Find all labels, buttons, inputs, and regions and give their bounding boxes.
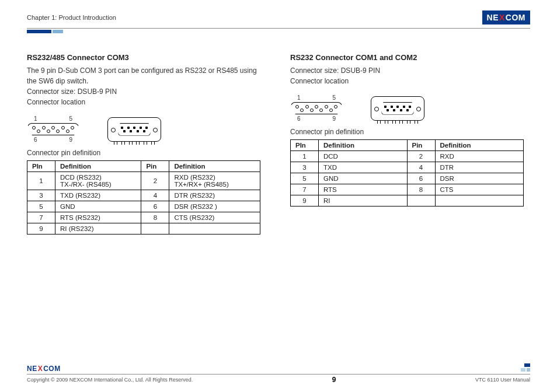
table-row: 3 TXD (RS232) 4 DTR (RS232)	[27, 190, 260, 201]
logo-text-pre: NE	[487, 13, 499, 22]
cell-pin: 7	[27, 212, 55, 223]
header-rule	[27, 28, 530, 29]
table-header: PIn	[27, 161, 55, 172]
cell-pin: 5	[291, 173, 319, 184]
table-header: Pin	[141, 161, 169, 172]
table-row: 1 DCD (RS232) TX-/RX- (RS485) 2 RXD (RS2…	[27, 172, 260, 190]
table-row: 5 GND 6 DSR	[291, 173, 524, 184]
page-header: Chapter 1: Product Introduction NEXCOM	[27, 9, 530, 26]
table-row: 5 GND 6 DSR (RS232 )	[27, 201, 260, 212]
table-header: Definition	[319, 140, 408, 151]
footer-nexcom-logo: NEXCOM	[27, 365, 61, 373]
manual-name: VTC 6110 User Manual	[475, 377, 530, 383]
cell-def: CTS	[435, 184, 524, 195]
com3-pin-table: PIn Definition Pin Definition 1 DCD (RS2…	[27, 160, 260, 235]
cell-pin: 8	[407, 184, 435, 195]
cell-def: CTS (RS232)	[169, 212, 260, 223]
table-row: 3 TXD 4 DTR	[291, 162, 524, 173]
com3-description: The 9 pin D-Sub COM 3 port can be config…	[27, 65, 267, 86]
table-header: Definition	[55, 161, 141, 172]
section-title-com3: RS232/485 Connector COM3	[27, 53, 267, 62]
logo-text-post: COM	[506, 13, 525, 22]
cell-def	[169, 223, 260, 235]
cell-def: RI	[319, 195, 408, 206]
cell-def: DTR (RS232)	[169, 190, 260, 201]
cell-pin: 1	[291, 151, 319, 162]
cell-pin: 8	[141, 212, 169, 223]
cell-def: DSR	[435, 173, 524, 184]
content-columns: RS232/485 Connector COM3 The 9 pin D-Sub…	[27, 53, 530, 235]
cell-pin: 6	[407, 173, 435, 184]
cell-pin: 2	[141, 172, 169, 190]
logo-text-x: X	[37, 365, 44, 373]
cell-def: RI (RS232)	[55, 223, 141, 235]
copyright-text: Copyright © 2009 NEXCOM International Co…	[27, 377, 193, 383]
accent-bar	[27, 30, 530, 33]
serial-port-icon	[371, 96, 424, 121]
pin-label-9: 9	[69, 136, 72, 143]
com12-diagrams: 1 5 6 9	[290, 94, 530, 122]
cell-def: TXD (RS232)	[55, 190, 141, 201]
logo-text-pre: NE	[27, 365, 37, 373]
com12-connector-size: Connector size: DSUB-9 PIN	[290, 65, 530, 76]
cell-pin: 7	[291, 184, 319, 195]
com12-pin-table: PIn Definition Pin Definition 1 DCD 2 RX…	[290, 139, 524, 206]
table-row: 9 RI (RS232)	[27, 223, 260, 235]
page-footer: NEXCOM Copyright © 2009 NEXCOM Internati…	[27, 363, 530, 384]
cell-pin: 4	[407, 162, 435, 173]
pin-label-1: 1	[297, 94, 301, 101]
cell-pin: 6	[141, 201, 169, 212]
dsub-schematic-icon: 1 5 6 9	[290, 94, 343, 122]
table-header: Definition	[169, 161, 260, 172]
table-row: 9 RI	[291, 195, 524, 206]
cell-def: RTS	[319, 184, 408, 195]
serial-port-icon	[107, 117, 161, 142]
pin-label-6: 6	[297, 116, 301, 122]
table-row: 7 RTS (RS232) 8 CTS (RS232)	[27, 212, 260, 223]
table-header: Pin	[407, 140, 435, 151]
cell-pin: 3	[291, 162, 319, 173]
nexcom-logo: NEXCOM	[482, 10, 530, 24]
cell-pin: 5	[27, 201, 55, 212]
page-number: 9	[332, 376, 336, 384]
cell-def: DCD (RS232) TX-/RX- (RS485)	[55, 172, 141, 190]
com3-table-body: 1 DCD (RS232) TX-/RX- (RS485) 2 RXD (RS2…	[27, 172, 260, 235]
table-header: Definition	[435, 140, 524, 151]
pin-label-5: 5	[332, 94, 336, 101]
section-title-com12: RS232 Connector COM1 and COM2	[290, 53, 530, 62]
cell-def	[435, 195, 524, 206]
cell-def: RTS (RS232)	[55, 212, 141, 223]
cell-pin: 2	[407, 151, 435, 162]
cell-def: RXD	[435, 151, 524, 162]
cell-def: TXD	[319, 162, 408, 173]
cell-pin	[407, 195, 435, 206]
cell-def: GND	[319, 173, 408, 184]
right-column: RS232 Connector COM1 and COM2 Connector …	[290, 53, 530, 235]
table-row: 1 DCD 2 RXD	[291, 151, 524, 162]
table-row: 7 RTS 8 CTS	[291, 184, 524, 195]
cell-pin	[141, 223, 169, 235]
table-header: PIn	[291, 140, 319, 151]
pin-label-1: 1	[34, 116, 37, 122]
pin-label-5: 5	[69, 116, 72, 122]
cell-pin: 9	[27, 223, 55, 235]
pin-label-9: 9	[332, 116, 336, 122]
cell-pin: 4	[141, 190, 169, 201]
footer-mark-icon	[520, 363, 530, 373]
cell-def: GND	[55, 201, 141, 212]
pin-label-6: 6	[34, 136, 37, 143]
footer-rule	[27, 374, 530, 374]
cell-pin: 9	[291, 195, 319, 206]
cell-def: DCD	[319, 151, 408, 162]
logo-text-post: COM	[43, 365, 61, 373]
chapter-label: Chapter 1: Product Introduction	[27, 14, 116, 21]
cell-pin: 3	[27, 190, 55, 201]
com12-table-body: 1 DCD 2 RXD 3 TXD 4 DTR 5 GND 6 DSR	[291, 151, 524, 206]
logo-text-x: X	[499, 13, 506, 22]
left-column: RS232/485 Connector COM3 The 9 pin D-Sub…	[27, 53, 267, 235]
com3-diagrams: 1 5 6 9	[27, 116, 267, 143]
com12-connector-location-label: Connector location	[290, 76, 530, 86]
cell-def: DTR	[435, 162, 524, 173]
com3-pindef-label: Connector pin definition	[27, 149, 267, 157]
com3-connector-size: Connector size: DSUB-9 PIN	[27, 86, 267, 97]
